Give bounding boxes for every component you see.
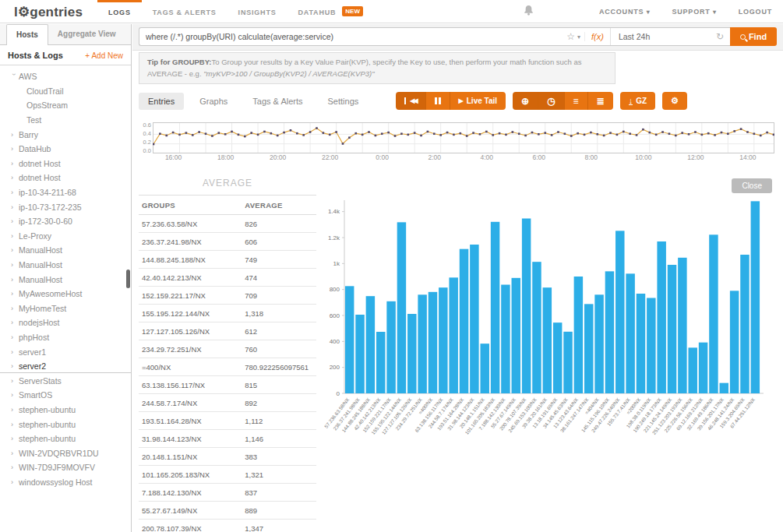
bar[interactable] bbox=[366, 297, 375, 394]
sidebar-scrollbar[interactable] bbox=[126, 270, 130, 288]
host-item[interactable]: ›stephen-ubuntu bbox=[0, 432, 131, 446]
table-row[interactable]: 244.58.7.174/NX892 bbox=[139, 394, 316, 412]
host-item[interactable]: ›Barry bbox=[0, 127, 131, 142]
bar[interactable] bbox=[699, 343, 707, 393]
bar[interactable] bbox=[418, 295, 426, 394]
table-row[interactable]: 101.165.205.183/NX1,321 bbox=[139, 466, 316, 484]
table-row[interactable]: 234.29.72.251/NX760 bbox=[139, 340, 316, 358]
nav-item-tags-alerts[interactable]: TAGS & ALERTS bbox=[142, 0, 227, 23]
nav-item-logs[interactable]: LOGS bbox=[97, 0, 142, 23]
host-item[interactable]: ›WIN-7D9JF9MOVFV bbox=[0, 460, 131, 475]
host-item[interactable]: ›ManualHost bbox=[0, 243, 131, 258]
bar[interactable] bbox=[657, 241, 665, 393]
bar[interactable] bbox=[480, 344, 488, 394]
download-gz-button[interactable]: ↓GZ bbox=[620, 92, 655, 110]
table-row[interactable]: =400/NX780.922256097561 bbox=[139, 358, 316, 376]
host-item[interactable]: ›dotnet Host bbox=[0, 157, 131, 171]
table-row[interactable]: 63.138.156.117/NX815 bbox=[139, 376, 316, 394]
table-row[interactable]: 55.27.67.149/NX889 bbox=[139, 502, 316, 520]
bar[interactable] bbox=[605, 272, 614, 394]
tab-tags-alerts[interactable]: Tags & Alerts bbox=[243, 93, 312, 110]
table-row[interactable]: 200.78.107.39/NX1,347 bbox=[139, 520, 316, 532]
host-item[interactable]: ›server1 bbox=[0, 344, 131, 359]
host-item[interactable]: Test bbox=[0, 113, 131, 128]
skip-to-start-button[interactable]: ◀◀ bbox=[396, 92, 425, 110]
bar[interactable] bbox=[522, 219, 531, 394]
bar[interactable] bbox=[553, 323, 562, 394]
host-item[interactable]: ›ip-10-34-211-68 bbox=[0, 185, 131, 200]
bar[interactable] bbox=[376, 332, 385, 393]
host-item[interactable]: ›stephen-ubuntu bbox=[0, 403, 131, 417]
bar[interactable] bbox=[355, 315, 364, 393]
nav-item-insights[interactable]: INSIGHTS bbox=[227, 0, 287, 23]
host-item[interactable]: ›nodejsHost bbox=[0, 315, 131, 330]
bar[interactable] bbox=[688, 348, 697, 394]
bar[interactable] bbox=[439, 288, 447, 394]
table-row[interactable]: 127.127.105.126/NX612 bbox=[139, 322, 316, 340]
table-row[interactable]: 144.88.245.188/NX749 bbox=[139, 251, 316, 269]
pause-button[interactable] bbox=[425, 92, 450, 110]
bar[interactable] bbox=[491, 222, 499, 393]
bar[interactable] bbox=[345, 287, 354, 394]
live-tail-button[interactable]: ▶Live Tail bbox=[450, 92, 506, 110]
table-row[interactable]: 57.236.63.58/NX826 bbox=[139, 215, 316, 233]
host-item[interactable]: ›server2 bbox=[0, 359, 131, 374]
notifications-bell-icon[interactable] bbox=[523, 4, 534, 19]
table-row[interactable]: 7.188.142.130/NX837 bbox=[139, 484, 316, 502]
bar[interactable] bbox=[668, 265, 676, 393]
bar[interactable] bbox=[532, 262, 541, 394]
host-item[interactable]: ›dotnet Host bbox=[0, 171, 131, 185]
host-item[interactable]: CloudTrail bbox=[0, 84, 131, 99]
table-row[interactable]: 236.37.241.98/NX606 bbox=[139, 233, 316, 251]
bar[interactable] bbox=[720, 383, 728, 393]
host-item[interactable]: ›ip-172-30-0-60 bbox=[0, 214, 131, 229]
bar[interactable] bbox=[460, 249, 468, 393]
refresh-icon[interactable]: ↻ bbox=[710, 31, 730, 42]
table-row[interactable]: 193.51.164.28/NX1,112 bbox=[139, 412, 316, 430]
host-item[interactable]: ›windowssyslog Host bbox=[0, 475, 131, 490]
saved-queries-caret-icon[interactable]: ▾ bbox=[577, 33, 584, 41]
table-row[interactable]: 20.148.1.151/NX383 bbox=[139, 448, 316, 466]
bar[interactable] bbox=[543, 288, 552, 394]
sidebar-tab-aggregate-view[interactable]: Aggregate View bbox=[48, 24, 125, 44]
sidebar-tab-hosts[interactable]: Hosts bbox=[6, 24, 48, 45]
bar[interactable] bbox=[584, 305, 593, 394]
host-item[interactable]: ›ManualHost bbox=[0, 272, 131, 287]
table-row[interactable]: 152.159.221.17/NX709 bbox=[139, 287, 316, 305]
local-time-button[interactable]: ◷ bbox=[538, 92, 563, 110]
host-item[interactable]: ›MyHomeTest bbox=[0, 301, 131, 316]
tab-entries[interactable]: Entries bbox=[139, 93, 184, 110]
bar[interactable] bbox=[574, 277, 583, 393]
timeline-chart[interactable]: 0.60.40.20.0 bbox=[139, 122, 777, 153]
host-item[interactable]: ›stephen-ubuntu bbox=[0, 417, 131, 432]
bar[interactable] bbox=[449, 278, 457, 394]
host-item[interactable]: ›ip-10-73-172-235 bbox=[0, 199, 131, 214]
host-item[interactable]: ›ManualHost bbox=[0, 258, 131, 273]
nav-item-datahub[interactable]: DATAHUB bbox=[287, 0, 347, 23]
table-row[interactable]: 31.98.144.123/NX1,146 bbox=[139, 430, 316, 448]
gear-button[interactable]: ⚙ bbox=[662, 92, 687, 110]
find-button[interactable]: Find bbox=[730, 27, 777, 46]
bar[interactable] bbox=[594, 295, 603, 394]
tab-settings[interactable]: Settings bbox=[319, 93, 369, 110]
globe-utc-button[interactable]: ⊕ bbox=[513, 92, 538, 110]
table-row[interactable]: 42.40.142.213/NX474 bbox=[139, 269, 316, 287]
close-button[interactable]: Close bbox=[732, 178, 772, 193]
detail-view-button[interactable]: ≣ bbox=[587, 92, 613, 110]
bar[interactable] bbox=[626, 274, 634, 394]
bar[interactable] bbox=[615, 231, 624, 394]
bar[interactable] bbox=[407, 314, 416, 393]
bar[interactable] bbox=[730, 291, 739, 394]
query-input[interactable] bbox=[139, 32, 564, 41]
host-item[interactable]: ›phpHost bbox=[0, 330, 131, 345]
logout-link[interactable]: LOGOUT bbox=[739, 8, 772, 16]
table-row[interactable]: 155.195.122.144/NX1,318 bbox=[139, 305, 316, 322]
tab-graphs[interactable]: Graphs bbox=[190, 93, 237, 110]
bar[interactable] bbox=[429, 292, 437, 393]
host-item[interactable]: ›DataHub bbox=[0, 142, 131, 157]
bar[interactable] bbox=[386, 301, 395, 393]
bar[interactable] bbox=[647, 298, 655, 394]
host-item[interactable]: ›SmartOS bbox=[0, 388, 131, 403]
add-new-link[interactable]: + Add New bbox=[85, 51, 123, 60]
bar[interactable] bbox=[512, 278, 520, 393]
